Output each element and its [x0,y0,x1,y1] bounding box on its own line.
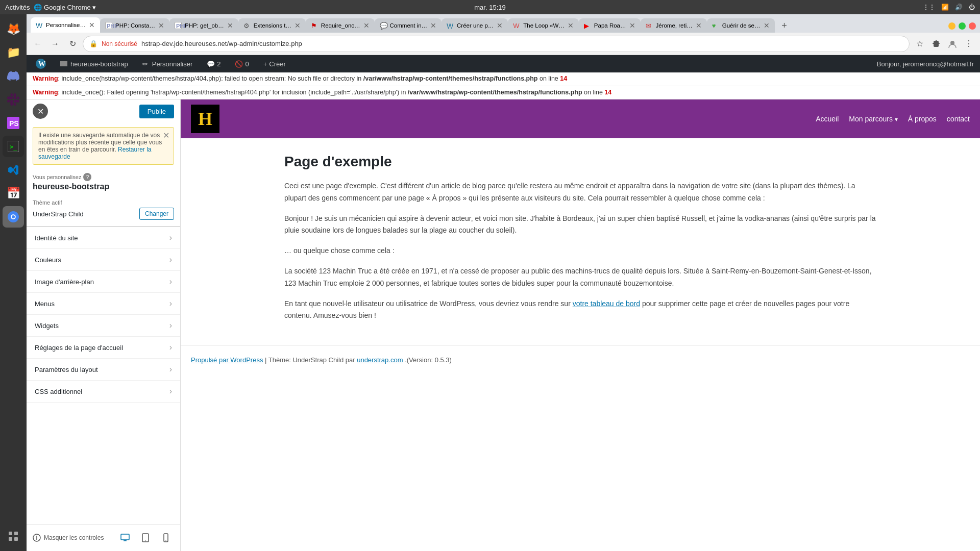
preview-desktop-button[interactable] [117,530,133,546]
sidebar-item-terminal[interactable]: >_ [3,136,24,157]
adminbar-comments[interactable]: 💬 2 [204,55,224,72]
svg-rect-7 [9,532,12,535]
page-para-5: En tant que nouvel·le utilisateur ou uti… [284,298,876,322]
sidebar-item-firefox[interactable]: 🦊 [3,18,24,40]
sidebar-item-files[interactable]: 📁 [3,42,24,63]
tab-php-get[interactable]: PHP PHP: get_ob… ✕ [169,18,238,33]
window-close[interactable] [969,22,976,30]
sidebar-item-slack[interactable] [3,89,24,110]
reload-button[interactable]: ↻ [65,37,80,51]
customizer-menu-background[interactable]: Image d'arrière-plan › [27,271,180,293]
svg-point-6 [12,215,15,218]
new-tab-button[interactable]: + [777,18,792,33]
tab-favicon-guerir: ♥ [712,22,719,29]
tab-creer[interactable]: W Créer une p… ✕ [442,18,508,33]
adminbar-customize[interactable]: ✏ Personnaliser [139,55,196,72]
adminbar-create[interactable]: + Créer [260,55,289,72]
customizer-menu-homepage[interactable]: Réglages de la page d'accueil › [27,337,180,359]
sidebar-item-apps[interactable] [3,525,24,547]
site-nav: Accueil Mon parcours ▾ À propos contact [816,115,970,123]
tab-papa[interactable]: ▶ Papa Roa… ✕ [579,18,641,33]
page-dashboard-link[interactable]: votre tableau de bord [573,299,640,308]
customizer-menu-layout[interactable]: Paramètres du layout › [27,359,180,381]
tab-close-extensions[interactable]: ✕ [295,21,301,30]
tab-loop[interactable]: W The Loop «W… ✕ [508,18,579,33]
nav-a-propos[interactable]: À propos [908,115,937,123]
tab-favicon-cm: 💬 [380,22,387,29]
customizer-hide-controls[interactable]: Masquer les controles [33,534,104,542]
you-customize-label: Vous personnalisez [33,174,81,180]
customizer-help-icon[interactable]: ? [83,173,91,181]
nav-accueil[interactable]: Accueil [816,115,839,123]
tab-close-require[interactable]: ✕ [363,21,370,30]
customizer-menu-menus[interactable]: Menus › [27,293,180,315]
tab-close-comment[interactable]: ✕ [430,21,436,30]
sidebar-item-phpstorm[interactable]: PS [3,112,24,134]
customizer-menu-css[interactable]: CSS additionnel › [27,381,180,403]
tab-require[interactable]: ⚑ Require_onc… ✕ [306,18,375,33]
customizer-close-button[interactable]: ✕ [33,104,48,119]
profile-button[interactable] [945,37,960,51]
sidebar-item-discord[interactable] [3,65,24,87]
wp-adminbar: W heureuse-bootstrap ✏ Personnaliser 💬 2… [27,55,980,72]
customizer-menu-widgets[interactable]: Widgets › [27,315,180,337]
nav-parcours[interactable]: Mon parcours ▾ [849,115,897,123]
customizer-info-close-btn[interactable]: ✕ [163,131,169,140]
tab-close-loop[interactable]: ✕ [568,21,574,30]
window-minimize[interactable] [948,22,955,30]
tab-close-creer[interactable]: ✕ [497,21,503,30]
wp-icon-item[interactable]: W [33,55,49,72]
customizer-menu-widgets-label: Widgets [35,322,59,330]
tab-close-php-const[interactable]: ✕ [158,21,164,30]
adminbar-user: Bonjour, jeromeroncq@hotmail.fr [877,60,974,68]
menu-button[interactable]: ⋮ [962,37,976,51]
tab-favicon-papa: ▶ [584,22,591,29]
chevron-identity: › [169,233,172,242]
svg-text:W: W [38,60,45,68]
customizer-site-name: heureuse-bootstrap [33,182,174,191]
page-body: Ceci est une page d'exemple. C'est diffé… [284,180,876,322]
tab-close-php-get[interactable]: ✕ [227,21,233,30]
extensions-button[interactable] [929,37,943,51]
tab-favicon-wp2: W [447,22,454,29]
back-button[interactable]: ← [31,37,45,51]
footer-wp-link[interactable]: Propulsé par WordPress [191,356,263,364]
tab-close-personnaliser[interactable]: ✕ [89,21,95,29]
preview-mobile-button[interactable] [158,530,174,546]
sidebar-item-chrome[interactable] [3,206,24,228]
warning-line-label-1: on line [540,75,558,82]
security-icon: 🔒 [89,40,97,47]
customizer-menu-homepage-label: Réglages de la page d'accueil [35,344,123,352]
tab-gmail[interactable]: ✉ Jérome, reti… ✕ [641,18,707,33]
tab-title-creer: Créer une p… [457,22,494,29]
warning-filepath-1: /var/www/hstrap/wp-content/themes/hstrap… [363,75,538,82]
tab-close-gmail[interactable]: ✕ [696,21,702,30]
sidebar-item-calendar[interactable]: 📅 [3,183,24,204]
adminbar-site-name[interactable]: heureuse-bootstrap [57,55,131,72]
customizer-menu-colors[interactable]: Couleurs › [27,249,180,271]
customizer-change-theme-button[interactable]: Changer [139,208,174,220]
footer-understrap-link[interactable]: understrap.com [357,356,403,364]
page-title: Page d'exemple [284,154,876,170]
tab-comment[interactable]: 💬 Comment in… ✕ [375,18,442,33]
window-maximize[interactable] [959,22,966,30]
tab-php-const[interactable]: PHP PHP: Consta… ✕ [100,18,169,33]
customizer-menu-identity[interactable]: Identité du site › [27,227,180,249]
tab-extensions[interactable]: ⚙ Extensions t… ✕ [238,18,306,33]
activities-label[interactable]: Activités [5,4,30,11]
bookmark-button[interactable]: ☆ [913,37,927,51]
tab-personnaliser[interactable]: W Personnalise… ✕ [31,17,100,33]
sidebar-item-vscode[interactable] [3,159,24,181]
forward-button[interactable]: → [48,37,62,51]
address-bar[interactable]: 🔒 Non sécurisé hstrap-dev.jde.heureuses.… [83,36,910,52]
tab-guerir[interactable]: ♥ Guérir de se… ✕ [707,18,775,33]
site-header: H Accueil Mon parcours ▾ À propos contac… [181,99,980,138]
tab-close-papa[interactable]: ✕ [629,21,635,30]
customizer-publish-button[interactable]: Publie [139,105,174,118]
os-controls-icon[interactable]: ⋮⋮ [923,4,935,11]
tab-close-guerir[interactable]: ✕ [764,21,770,30]
preview-tablet-button[interactable] [137,530,154,546]
adminbar-spam[interactable]: 🚫 0 [232,55,252,72]
nav-contact[interactable]: contact [947,115,970,123]
warning-message-2: : include_once(): Failed opening 'hstrap… [58,89,406,96]
